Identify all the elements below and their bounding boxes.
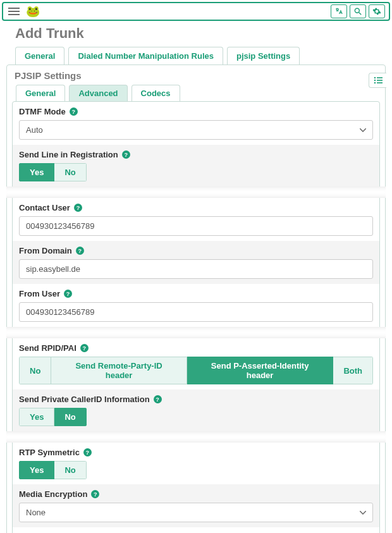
panel-title: PJSIP Settings (7, 65, 385, 85)
send-line-no[interactable]: No (54, 163, 86, 181)
field-rpid: Send RPID/PAI ? No Send Remote-Party-ID … (13, 338, 379, 389)
private-cid-no[interactable]: No (54, 408, 86, 426)
top-bar-right (331, 4, 385, 18)
field-from-user: From User ? (13, 284, 379, 327)
rtp-sym-yes[interactable]: Yes (19, 461, 54, 479)
search-button[interactable] (350, 4, 366, 18)
field-from-domain: From Domain ? (13, 241, 379, 284)
help-icon[interactable]: ? (91, 490, 99, 498)
translate-button[interactable] (331, 4, 347, 18)
main-tabs: General Dialed Number Manipulation Rules… (0, 47, 392, 64)
contact-user-label: Contact User (19, 203, 70, 212)
section-gap (6, 187, 386, 198)
search-icon (353, 7, 362, 16)
rtp-sym-toggle: Yes No (19, 461, 87, 479)
media-enc-select[interactable]: None (19, 503, 373, 522)
svg-rect-5 (377, 80, 383, 81)
svg-line-1 (359, 13, 362, 15)
rpid-remote[interactable]: Send Remote-Party-ID header (51, 357, 187, 384)
from-user-label: From User (19, 289, 60, 298)
advanced-panel: DTMF Mode ? Auto Send Line in Registrati… (12, 101, 380, 533)
tab-pjsip-settings[interactable]: pjsip Settings (227, 47, 300, 64)
rpid-no[interactable]: No (19, 357, 51, 384)
section-gap (6, 327, 386, 338)
media-enc-label: Media Encryption (19, 489, 87, 499)
subtab-codecs[interactable]: Codecs (132, 85, 180, 101)
help-icon[interactable]: ? (64, 290, 72, 298)
rtp-sym-no[interactable]: No (54, 461, 86, 479)
help-icon[interactable]: ? (83, 448, 92, 456)
field-contact-user: Contact User ? (13, 198, 379, 241)
help-icon[interactable]: ? (80, 344, 89, 352)
menu-icon[interactable] (7, 6, 21, 16)
settings-button[interactable] (369, 4, 385, 18)
svg-point-2 (374, 77, 375, 78)
svg-rect-3 (377, 77, 383, 78)
field-force-rport: Force rport ? Yes No (13, 527, 379, 533)
sub-tabs: General Advanced Codecs (7, 85, 385, 101)
send-line-label: Send Line in Registration (19, 150, 118, 159)
translate-icon (334, 7, 343, 16)
rpid-both[interactable]: Both (333, 357, 373, 384)
from-domain-label: From Domain (19, 246, 72, 255)
svg-point-6 (374, 82, 375, 83)
from-domain-input[interactable] (19, 259, 373, 279)
rpid-label: Send RPID/PAI (19, 343, 77, 353)
top-bar: 🐸 (2, 2, 390, 21)
field-send-line: Send Line in Registration ? Yes No (13, 145, 379, 187)
svg-point-0 (355, 8, 359, 13)
dtmf-label: DTMF Mode (19, 107, 66, 116)
help-icon[interactable]: ? (74, 204, 82, 212)
private-cid-toggle: Yes No (19, 408, 87, 426)
field-dtmf-mode: DTMF Mode ? Auto (13, 102, 379, 145)
tab-dialed-rules[interactable]: Dialed Number Manipulation Rules (68, 47, 223, 64)
svg-point-4 (374, 80, 375, 81)
rpid-pai[interactable]: Send P-Asserted-Identity header (187, 357, 334, 384)
send-line-toggle: Yes No (19, 163, 87, 181)
private-cid-yes[interactable]: Yes (19, 408, 54, 426)
section-gap (6, 431, 386, 443)
rtp-sym-label: RTP Symmetric (19, 448, 80, 457)
list-icon (374, 77, 383, 84)
private-cid-label: Send Private CallerID Information (19, 395, 150, 404)
help-icon[interactable]: ? (76, 247, 84, 255)
gear-icon (372, 7, 381, 16)
subtab-advanced[interactable]: Advanced (69, 85, 127, 101)
subtab-general[interactable]: General (16, 85, 65, 101)
dtmf-select[interactable]: Auto (19, 120, 373, 140)
list-toggle-button[interactable] (369, 73, 386, 88)
help-icon[interactable]: ? (70, 107, 78, 116)
tab-general[interactable]: General (15, 47, 64, 64)
contact-user-input[interactable] (19, 216, 373, 236)
svg-rect-7 (377, 82, 383, 83)
help-icon[interactable]: ? (122, 150, 130, 159)
app-logo: 🐸 (26, 4, 40, 18)
pjsip-panel: PJSIP Settings General Advanced Codecs D… (6, 64, 386, 533)
from-user-input[interactable] (19, 302, 373, 322)
help-icon[interactable]: ? (154, 395, 162, 403)
field-rtp-symmetric: RTP Symmetric ? Yes No (13, 443, 379, 484)
page-title: Add Trunk (0, 23, 392, 47)
field-private-cid: Send Private CallerID Information ? Yes … (13, 389, 379, 431)
top-bar-left: 🐸 (7, 4, 40, 18)
field-media-encryption: Media Encryption ? None (13, 484, 379, 527)
send-line-yes[interactable]: Yes (19, 163, 54, 181)
rpid-toggle: No Send Remote-Party-ID header Send P-As… (19, 357, 373, 384)
